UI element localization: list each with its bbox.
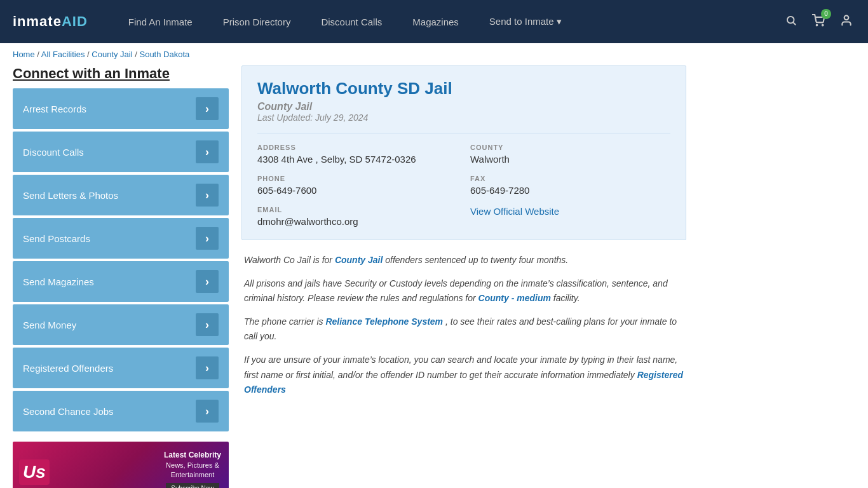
nav-find-inmate[interactable]: Find An Inmate <box>113 0 208 43</box>
arrow-icon: › <box>196 400 219 423</box>
fax-label: FAX <box>470 175 670 182</box>
cart-button[interactable]: 0 <box>810 11 827 32</box>
county-value: Walworth <box>470 154 670 165</box>
arrow-icon: › <box>196 97 219 120</box>
nav-icons: 0 <box>783 11 855 32</box>
address-label: ADDRESS <box>257 144 458 151</box>
content-area: Walworth County SD Jail County Jail Last… <box>241 65 686 488</box>
ad-banner: Us Latest Celebrity News, Pictures & Ent… <box>13 442 229 488</box>
reliance-telephone-link[interactable]: Reliance Telephone System <box>325 316 443 327</box>
email-value: dmohr@walworthco.org <box>257 216 458 227</box>
desc2-after: facility. <box>553 293 580 303</box>
cart-badge: 0 <box>821 9 831 19</box>
svg-point-3 <box>822 24 824 25</box>
sidebar-item-send-postcards[interactable]: Send Postcards › <box>13 218 229 259</box>
phone-block: PHONE 605-649-7600 <box>257 175 458 196</box>
search-icon <box>785 15 797 26</box>
sidebar-item-send-letters[interactable]: Send Letters & Photos › <box>13 175 229 215</box>
arrow-icon: › <box>196 313 219 336</box>
county-jail-link[interactable]: County Jail <box>335 255 383 265</box>
ad-line3: Entertainment <box>164 470 221 480</box>
county-label: COUNTY <box>470 144 670 151</box>
desc2-before: All prisons and jails have Security or C… <box>244 278 668 303</box>
phone-label: PHONE <box>257 175 458 182</box>
desc3-before: The phone carrier is <box>244 316 325 327</box>
svg-point-2 <box>817 24 818 25</box>
facility-card: Walworth County SD Jail County Jail Last… <box>241 65 686 240</box>
nav-discount-calls[interactable]: Discount Calls <box>306 0 397 43</box>
svg-line-1 <box>793 22 795 24</box>
desc-paragraph-4: If you are unsure of your inmate’s locat… <box>244 353 684 396</box>
nav-magazines[interactable]: Magazines <box>397 0 474 43</box>
svg-point-4 <box>844 15 849 20</box>
nav-send-to-inmate[interactable]: Send to Inmate ▾ <box>474 0 577 43</box>
ad-subscribe-button[interactable]: Subscribe Now <box>166 483 219 488</box>
sidebar-item-second-chance-jobs[interactable]: Second Chance Jobs › <box>13 391 229 431</box>
county-medium-link[interactable]: County - medium <box>478 293 551 303</box>
desc-paragraph-1: Walworth Co Jail is for County Jail offe… <box>244 253 684 268</box>
sidebar-item-send-magazines[interactable]: Send Magazines › <box>13 261 229 302</box>
fax-block: FAX 605-649-7280 <box>470 175 670 196</box>
breadcrumb-south-dakota[interactable]: South Dakota <box>139 50 189 59</box>
address-value: 4308 4th Ave , Selby, SD 57472-0326 <box>257 154 458 165</box>
logo[interactable]: inmateAID <box>13 13 88 30</box>
breadcrumb-county-jail[interactable]: County Jail <box>92 50 132 59</box>
email-label: EMAIL <box>257 206 458 214</box>
main-container: Connect with an Inmate Arrest Records › … <box>0 65 699 488</box>
desc-paragraph-2: All prisons and jails have Security or C… <box>244 276 684 306</box>
breadcrumb: Home / All Facilities / County Jail / So… <box>0 43 868 65</box>
view-official-website-link[interactable]: View Official Website <box>470 206 559 217</box>
sidebar-item-registered-offenders[interactable]: Registered Offenders › <box>13 348 229 388</box>
arrow-icon: › <box>196 227 219 250</box>
breadcrumb-home[interactable]: Home <box>13 50 35 59</box>
facility-name: Walworth County SD Jail <box>257 79 670 98</box>
desc1-after: offenders sentenced up to twenty four mo… <box>385 255 568 265</box>
desc1-before: Walworth Co Jail is for <box>244 255 335 265</box>
arrow-icon: › <box>196 140 219 163</box>
ad-text: Latest Celebrity News, Pictures & Entert… <box>156 445 229 488</box>
desc4-before: If you are unsure of your inmate’s locat… <box>244 355 677 379</box>
sidebar-item-discount-calls[interactable]: Discount Calls › <box>13 132 229 172</box>
breadcrumb-all-facilities[interactable]: All Facilities <box>41 50 85 59</box>
logo-text: inmateAID <box>13 13 88 29</box>
address-block: ADDRESS 4308 4th Ave , Selby, SD 57472-0… <box>257 144 458 165</box>
facility-description: Walworth Co Jail is for County Jail offe… <box>241 253 686 397</box>
facility-type: County Jail <box>257 101 670 112</box>
nav-prison-directory[interactable]: Prison Directory <box>208 0 306 43</box>
facility-info-grid: ADDRESS 4308 4th Ave , Selby, SD 57472-0… <box>257 133 670 227</box>
county-block: COUNTY Walworth <box>470 144 670 165</box>
sidebar-item-send-money[interactable]: Send Money › <box>13 304 229 345</box>
ad-logo: Us <box>19 459 50 485</box>
ad-title: Latest Celebrity <box>164 450 221 461</box>
website-block: View Official Website <box>470 206 670 227</box>
search-button[interactable] <box>783 12 799 32</box>
arrow-icon: › <box>196 356 219 379</box>
email-block: EMAIL dmohr@walworthco.org <box>257 206 458 227</box>
fax-value: 605-649-7280 <box>470 185 670 196</box>
user-button[interactable] <box>837 11 855 32</box>
phone-value: 605-649-7600 <box>257 185 458 196</box>
nav-links: Find An Inmate Prison Directory Discount… <box>113 0 783 43</box>
sidebar-menu: Arrest Records › Discount Calls › Send L… <box>13 88 229 431</box>
sidebar: Connect with an Inmate Arrest Records › … <box>13 65 229 488</box>
sidebar-item-arrest-records[interactable]: Arrest Records › <box>13 88 229 129</box>
desc-paragraph-3: The phone carrier is Reliance Telephone … <box>244 315 684 344</box>
ad-line2: News, Pictures & <box>164 461 221 470</box>
arrow-icon: › <box>196 184 219 207</box>
sidebar-title: Connect with an Inmate <box>13 65 229 82</box>
facility-updated: Last Updated: July 29, 2024 <box>257 112 670 123</box>
arrow-icon: › <box>196 270 219 293</box>
navbar: inmateAID Find An Inmate Prison Director… <box>0 0 868 43</box>
user-icon <box>840 14 853 27</box>
